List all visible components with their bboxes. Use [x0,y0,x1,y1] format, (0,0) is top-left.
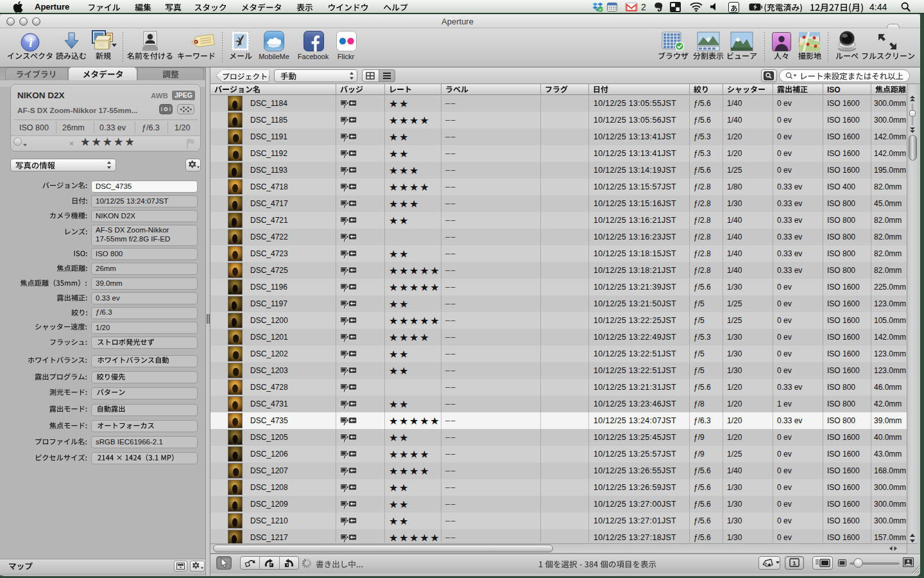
svg-text:1: 1 [792,559,796,566]
